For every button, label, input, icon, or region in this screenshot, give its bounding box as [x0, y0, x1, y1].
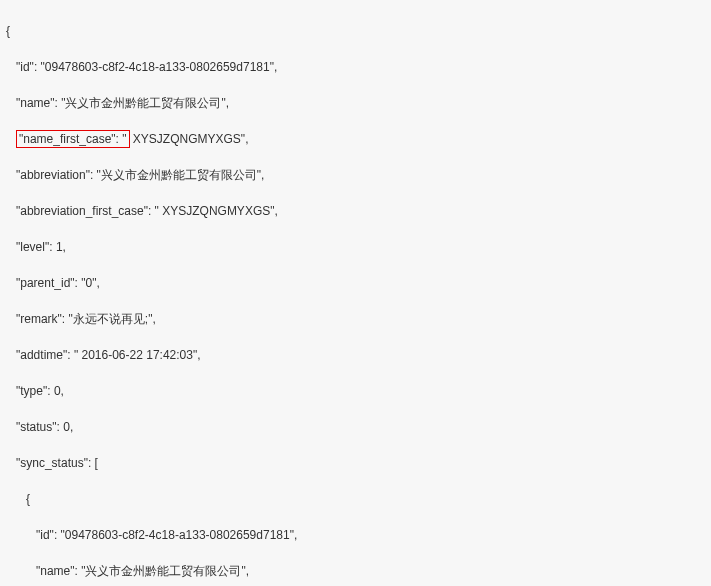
code-line: "name_first_case": " XYSJZQNGMYXGS",: [6, 130, 705, 148]
code-line: "abbreviation_first_case": " XYSJZQNGMYX…: [6, 202, 705, 220]
code-line: "sync_status": [: [6, 454, 705, 472]
highlight-name-first-case-key: "name_first_case": ": [16, 130, 130, 148]
code-line: "type": 0,: [6, 382, 705, 400]
code-line: "abbreviation": "兴义市金州黔能工贸有限公司",: [6, 166, 705, 184]
code-line: "id": "09478603-c8f2-4c18-a133-0802659d7…: [6, 526, 705, 544]
code-line: {: [6, 490, 705, 508]
code-line: "name": "兴义市金州黔能工贸有限公司",: [6, 94, 705, 112]
code-line: "name": "兴义市金州黔能工贸有限公司",: [6, 562, 705, 580]
code-line: "level": 1,: [6, 238, 705, 256]
code-line: "remark": "永远不说再见;",: [6, 310, 705, 328]
code-line: "id": "09478603-c8f2-4c18-a133-0802659d7…: [6, 58, 705, 76]
json-code-block: { "id": "09478603-c8f2-4c18-a133-0802659…: [0, 0, 711, 586]
code-line: "parent_id": "0",: [6, 274, 705, 292]
code-line: "addtime": " 2016-06-22 17:42:03",: [6, 346, 705, 364]
code-line: {: [6, 22, 705, 40]
code-line: "status": 0,: [6, 418, 705, 436]
